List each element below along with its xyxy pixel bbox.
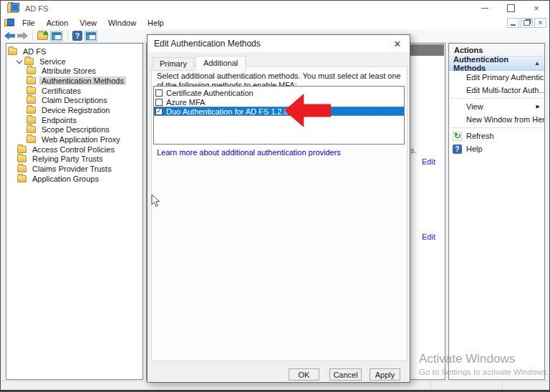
tree-item-label: Claims Provider Trusts <box>30 165 114 173</box>
tree-item[interactable]: Claims Provider Trusts <box>6 164 143 174</box>
up-one-level-icon[interactable] <box>37 32 48 40</box>
title-bar: AD FS × <box>1 1 549 16</box>
edit-link[interactable]: Edit <box>422 232 435 241</box>
actions-separator <box>450 98 543 99</box>
refresh-icon: ↻ <box>453 132 462 141</box>
maximize-button[interactable] <box>498 1 524 16</box>
action-item[interactable]: View ▶ <box>449 100 544 113</box>
tree-item-label: Claim Descriptions <box>39 96 110 104</box>
cancel-button[interactable]: Cancel <box>329 368 362 381</box>
tree-item-label: Certificates <box>39 87 83 95</box>
menu-item[interactable]: Window <box>102 17 142 29</box>
tree-item[interactable]: Application Groups <box>6 174 143 184</box>
tree-item[interactable]: Claim Descriptions <box>6 95 143 105</box>
tree-item-label: AD FS <box>21 47 48 56</box>
actions-section-header[interactable]: Authentication Methods ▲ <box>449 57 544 71</box>
folder-icon <box>26 136 36 143</box>
action-item[interactable]: ? Help <box>449 142 544 155</box>
forward-icon[interactable] <box>17 32 28 40</box>
folder-icon <box>26 97 36 104</box>
actions-pane: Actions Authentication Methods ▲ Edit Pr… <box>448 43 545 380</box>
action-item-label: Refresh <box>466 132 494 140</box>
menu-item[interactable]: Action <box>41 17 74 29</box>
tree-item[interactable]: Endpoints <box>6 115 143 125</box>
back-icon[interactable] <box>4 32 15 40</box>
tree-item[interactable]: Attribute Stores <box>6 66 143 76</box>
close-button[interactable]: × <box>524 1 549 16</box>
folder-icon <box>26 126 36 133</box>
show-hide-action-pane-icon[interactable] <box>85 31 97 41</box>
folder-icon <box>24 58 34 65</box>
learn-more-link[interactable]: Learn more about additional authenticati… <box>157 148 341 157</box>
menu-items: File Action View Window Help <box>16 17 170 29</box>
folder-icon <box>26 87 36 94</box>
tree-item[interactable]: Web Application Proxy <box>6 134 143 144</box>
action-item-label: View <box>466 102 483 111</box>
dialog-tabs: Primary Additional <box>153 55 247 70</box>
status-bar-separator <box>430 381 431 390</box>
method-row[interactable]: Certificate Authentication <box>154 88 404 97</box>
action-item[interactable]: ↻ Refresh <box>449 129 544 142</box>
method-row[interactable]: Azure MFA <box>154 97 404 107</box>
show-hide-console-tree-icon[interactable] <box>50 31 63 41</box>
menu-bar: File Action View Window Help ✕ <box>1 16 549 29</box>
tree-item-label: Attribute Stores <box>39 67 98 75</box>
tree-item[interactable]: Scope Descriptions <box>6 125 143 135</box>
menu-item[interactable]: Help <box>142 17 170 29</box>
tree-item-label: Access Control Policies <box>30 145 117 154</box>
action-item[interactable]: New Window from Here <box>449 113 544 126</box>
folder-icon <box>26 67 36 74</box>
toolbar-separator <box>67 31 68 41</box>
actions-section-label: Authentication Methods <box>453 55 534 72</box>
edit-link[interactable]: Edit <box>422 157 435 166</box>
tree-item[interactable]: Certificates <box>6 86 143 96</box>
child-minimize-button[interactable] <box>507 18 519 28</box>
app-icon <box>7 4 19 13</box>
action-item[interactable]: Edit Primary Authentic... <box>449 71 544 84</box>
tree-item[interactable]: Relying Party Trusts <box>6 155 143 165</box>
tree-item[interactable]: Access Control Policies <box>6 144 143 155</box>
folder-icon <box>26 77 36 84</box>
method-row[interactable]: ✓ Duo Authentication for AD FS 1.2.0.17 <box>154 107 404 116</box>
dialog-close-icon[interactable]: ✕ <box>385 35 410 52</box>
folder-icon <box>26 117 36 124</box>
method-label: Azure MFA <box>166 98 205 107</box>
help-icon[interactable]: ? <box>72 31 82 41</box>
action-item-label: Edit Multi-factor Auth... <box>466 86 544 94</box>
action-item-label: Edit Primary Authentic... <box>466 73 544 82</box>
folder-icon <box>17 146 26 153</box>
tree-item-label: Endpoints <box>39 116 79 124</box>
menu-item[interactable]: View <box>74 17 102 29</box>
toolbar-separator <box>32 31 33 41</box>
checkbox[interactable]: ✓ <box>155 108 163 115</box>
chevron-down-icon[interactable] <box>16 57 22 63</box>
help-icon: ? <box>453 144 462 154</box>
checkmark-icon: ✓ <box>156 108 162 114</box>
mouse-cursor-icon <box>151 194 161 208</box>
minimize-button[interactable] <box>472 1 498 16</box>
folder-icon <box>8 48 17 55</box>
tree-item-label: Device Registration <box>39 106 112 114</box>
checkbox[interactable] <box>155 99 163 106</box>
tree-item[interactable]: AD FS <box>6 46 143 57</box>
folder-icon <box>26 107 36 114</box>
tree-item[interactable]: Device Registration <box>6 105 143 115</box>
submenu-arrow-icon: ▶ <box>536 104 540 109</box>
tree-item-label: Application Groups <box>30 175 101 183</box>
additional-tab-panel: Select additional authentication methods… <box>151 67 407 361</box>
apply-button[interactable]: Apply <box>370 368 400 381</box>
action-item[interactable]: Edit Multi-factor Auth... <box>449 84 544 97</box>
tab[interactable]: Additional <box>196 56 246 71</box>
tab[interactable]: Primary <box>153 57 194 71</box>
ok-button[interactable]: OK <box>289 368 319 381</box>
menu-item[interactable]: File <box>16 17 41 29</box>
tree-item-label: Relying Party Trusts <box>30 155 105 163</box>
tree-item[interactable]: Authentication Methods <box>6 76 143 86</box>
tree-item[interactable]: Service <box>6 57 143 67</box>
action-item-label: Help <box>466 144 483 153</box>
child-restore-button[interactable] <box>521 18 533 28</box>
checkbox[interactable] <box>155 89 163 97</box>
collapse-icon[interactable]: ▲ <box>534 60 540 67</box>
text-fragment: s. <box>410 146 417 155</box>
child-close-button[interactable]: ✕ <box>534 18 546 28</box>
